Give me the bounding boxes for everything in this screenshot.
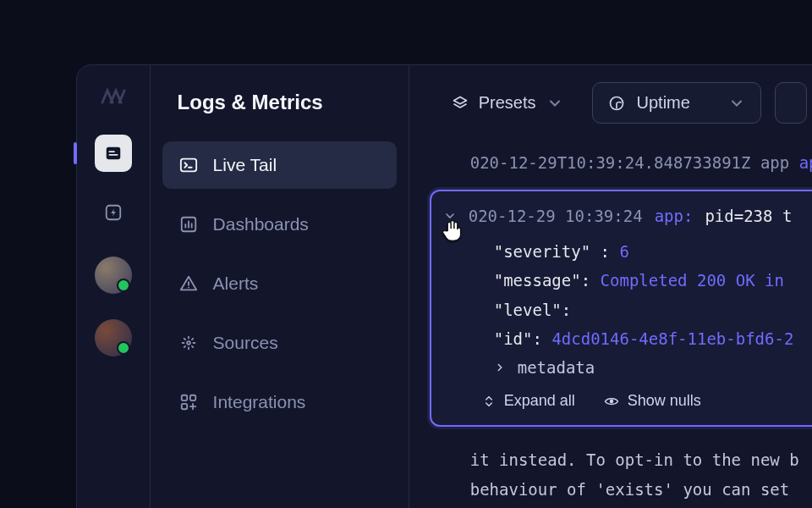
svg-rect-11 <box>189 395 195 400</box>
log-field-severity: "severity" : 6 <box>443 237 812 266</box>
svg-rect-4 <box>180 159 195 172</box>
log-field-message: "message": Completed 200 OK in <box>443 266 812 295</box>
app-window: Logs & Metrics Live Tail Dashboards Aler… <box>76 64 812 508</box>
previous-log-line: 020-12-29T10:39:24.848733891Z app app <box>436 147 812 178</box>
sources-icon <box>179 334 198 352</box>
nav-label: Dashboards <box>213 214 309 235</box>
svg-rect-12 <box>181 404 186 409</box>
terminal-icon <box>179 156 198 174</box>
nav-sources[interactable]: Sources <box>162 319 397 367</box>
chevron-right-icon <box>494 362 506 373</box>
log-app-tag: app: <box>655 207 694 225</box>
log-field-level: "level": <box>443 295 812 324</box>
more-dropdown[interactable] <box>775 82 807 124</box>
nav-integrations[interactable]: Integrations <box>162 378 397 426</box>
presets-label: Presets <box>479 93 536 113</box>
integrations-icon <box>179 393 198 411</box>
uptime-label: Uptime <box>637 93 690 113</box>
rail-power-icon[interactable] <box>95 194 132 231</box>
nav-dashboards[interactable]: Dashboards <box>162 201 397 248</box>
nav-label: Live Tail <box>213 155 277 175</box>
section-title: Logs & Metrics <box>178 91 397 114</box>
chart-icon <box>179 215 198 234</box>
nav-label: Integrations <box>213 392 306 412</box>
log-field-id: "id": 4dcd0146-4e8f-11eb-bfd6-2 <box>443 324 812 353</box>
toolbar: Presets Uptime <box>436 82 812 124</box>
log-entry-header[interactable]: 020-12-29 10:39:24 app: pid=238 t <box>443 207 812 225</box>
svg-rect-10 <box>181 395 186 400</box>
log-metadata-toggle[interactable]: metadata <box>443 358 812 377</box>
trailing-log-text: it instead. To opt-in to the new b behav… <box>436 427 812 505</box>
uptime-dropdown[interactable]: Uptime <box>592 82 761 124</box>
svg-point-14 <box>610 399 614 403</box>
avatar-user-1[interactable] <box>95 257 132 294</box>
avatar-user-2[interactable] <box>95 319 132 356</box>
log-card-actions: Expand all Show nulls <box>443 377 812 410</box>
metadata-label: metadata <box>518 358 595 377</box>
log-tail: pid=238 t <box>705 207 792 225</box>
nav-alerts[interactable]: Alerts <box>162 260 397 307</box>
svg-point-8 <box>188 287 189 289</box>
brand-logo <box>101 87 126 104</box>
expand-icon <box>482 395 496 408</box>
svg-rect-0 <box>107 147 121 160</box>
main-panel: Presets Uptime 020-12-29T10:39:24.848733… <box>409 65 812 508</box>
cloud-provider-icon <box>608 95 625 112</box>
eye-icon <box>604 394 619 409</box>
presets-dropdown[interactable]: Presets <box>436 82 579 124</box>
show-nulls-button[interactable]: Show nulls <box>604 392 701 410</box>
svg-rect-2 <box>108 154 118 156</box>
alert-triangle-icon <box>179 274 198 293</box>
layers-icon <box>452 95 469 112</box>
chevron-down-icon <box>546 95 563 112</box>
nav-label: Sources <box>213 333 278 353</box>
svg-point-9 <box>187 341 190 345</box>
icon-rail <box>77 65 151 508</box>
sidebar: Logs & Metrics Live Tail Dashboards Aler… <box>151 65 409 508</box>
nav-label: Alerts <box>213 273 259 294</box>
chevron-down-icon <box>728 95 745 112</box>
nav-live-tail[interactable]: Live Tail <box>162 141 397 189</box>
expand-all-button[interactable]: Expand all <box>482 392 575 410</box>
svg-rect-1 <box>108 151 114 152</box>
log-timestamp: 020-12-29 10:39:24 <box>469 207 643 225</box>
cursor-hand-icon <box>440 217 465 242</box>
rail-logs-icon[interactable] <box>95 135 132 172</box>
expanded-log-entry[interactable]: 020-12-29 10:39:24 app: pid=238 t "sever… <box>430 190 812 427</box>
